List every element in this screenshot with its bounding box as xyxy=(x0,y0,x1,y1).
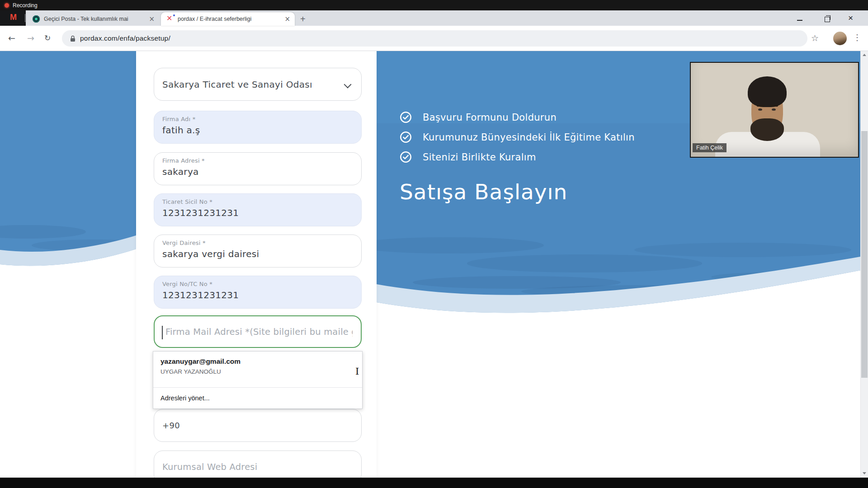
suggestion-email: yazanuygar@gmail.com xyxy=(160,357,355,366)
web-placeholder: Kurumsal Web Adresi xyxy=(162,462,353,472)
scrollbar-thumb[interactable] xyxy=(861,131,868,378)
field-label: Vergi No/TC No * xyxy=(162,281,353,287)
chevron-down-icon xyxy=(344,81,352,89)
field-value: fatih a.ş xyxy=(162,125,353,136)
manage-addresses-item[interactable]: Adresleri yönet... xyxy=(153,388,362,408)
forward-button[interactable]: → xyxy=(27,33,34,43)
form-panel: Sakarya Ticaret ve Sanayi Odası Firma Ad… xyxy=(136,51,377,478)
person-face xyxy=(751,84,783,138)
vergi-no-field[interactable]: Vergi No/TC No * 1231231231231 xyxy=(154,276,362,309)
vergi-dairesi-field[interactable]: Vergi Dairesi * sakarya vergi dairesi xyxy=(154,235,362,267)
scroll-down-arrow-icon[interactable] xyxy=(863,472,866,474)
email-placeholder: Firma Mail Adresi *(Site bilgileri bu ma… xyxy=(163,327,353,337)
webcam-overlay: Fatih Çelik xyxy=(690,62,859,158)
page-content: Sakarya Ticaret ve Sanayi Odası Firma Ad… xyxy=(0,51,868,478)
page-scrollbar[interactable] xyxy=(860,51,868,478)
firma-mail-field[interactable]: Firma Mail Adresi *(Site bilgileri bu ma… xyxy=(154,315,362,348)
tab-close-icon[interactable]: × xyxy=(146,16,159,23)
address-bar[interactable]: pordax.com/enfa/packsetup/ xyxy=(62,30,807,47)
checklist-item-3: Sitenizi Birlikte Kuralım xyxy=(400,151,536,163)
screen: Recording M Geçici Posta - Tek kullanıml… xyxy=(0,0,868,488)
profile-avatar[interactable] xyxy=(833,32,847,45)
kurumsal-web-field[interactable]: Kurumsal Web Adresi xyxy=(154,450,362,478)
tempmail-favicon-icon xyxy=(33,15,40,23)
recording-dot-icon xyxy=(5,3,9,8)
field-value: sakarya vergi dairesi xyxy=(162,249,353,259)
mouse-cursor-ibeam: I xyxy=(355,366,359,377)
tab-pordax[interactable]: ✕ pordax / E-ihracat seferberligi × xyxy=(161,12,295,26)
pordax-favicon-icon: ✕ xyxy=(166,15,174,23)
field-value: sakarya xyxy=(162,166,353,177)
bottom-letterbox-bar xyxy=(0,478,868,488)
check-circle-icon xyxy=(400,111,412,123)
field-label: Ticaret Sicil No * xyxy=(162,198,353,205)
lock-icon xyxy=(70,35,75,42)
checklist-item-1: Başvuru Formunu Doldurun xyxy=(400,111,557,123)
hero-heading: Satışa Başlayın xyxy=(400,179,567,204)
field-label: Vergi Dairesi * xyxy=(162,239,353,246)
window-close-button[interactable]: × xyxy=(848,13,853,23)
autofill-dropdown: yazanuygar@gmail.com UYGAR YAZANOĞLU Adr… xyxy=(153,351,363,409)
recording-bar: Recording xyxy=(0,0,868,10)
ticaret-sicil-no-field[interactable]: Ticaret Sicil No * 1231231231231 xyxy=(154,193,362,226)
person-shirt xyxy=(715,132,820,158)
person-eyebrow xyxy=(757,105,764,107)
firma-adresi-field[interactable]: Firma Adresi * sakarya xyxy=(154,152,362,185)
checklist-text: Başvuru Formunu Doldurun xyxy=(423,112,557,123)
text-caret xyxy=(162,326,163,339)
tab-separator xyxy=(25,14,25,22)
person-eyebrow xyxy=(770,105,778,107)
new-tab-button[interactable]: + xyxy=(300,14,306,24)
person-eye xyxy=(772,108,776,111)
tab-title: pordax / E-ihracat seferberligi xyxy=(178,16,282,22)
field-label: Firma Adresi * xyxy=(162,157,353,164)
tab-title: Geçici Posta - Tek kullanımlık mai xyxy=(44,16,146,22)
check-circle-icon xyxy=(400,131,412,143)
field-label: Firma Adı * xyxy=(162,116,353,122)
gmail-icon: M xyxy=(10,13,17,22)
checklist-text: Sitenizi Birlikte Kuralım xyxy=(423,152,536,163)
chamber-select-value: Sakarya Ticaret ve Sanayi Odası xyxy=(162,79,312,90)
chamber-select[interactable]: Sakarya Ticaret ve Sanayi Odası xyxy=(154,68,362,101)
suggestion-name: UYGAR YAZANOĞLU xyxy=(160,368,355,375)
browser-menu-icon[interactable]: ⋮ xyxy=(853,33,861,42)
window-restore-button[interactable] xyxy=(825,17,830,22)
person-neck xyxy=(760,122,774,136)
phone-value: +90 xyxy=(162,421,180,430)
person-beard xyxy=(750,118,784,141)
checklist-item-2: Kurumunuz Bünyesindeki İlk Eğitime Katıl… xyxy=(400,131,635,143)
tab-gecici-posta[interactable]: Geçici Posta - Tek kullanımlık mai × xyxy=(28,12,159,26)
recording-label: Recording xyxy=(13,2,38,9)
reload-button[interactable]: ↻ xyxy=(44,33,51,42)
scroll-up-arrow-icon[interactable] xyxy=(863,54,866,56)
autofill-suggestion[interactable]: yazanuygar@gmail.com UYGAR YAZANOĞLU xyxy=(153,352,362,382)
tab-close-icon[interactable]: × xyxy=(282,16,295,23)
bookmark-star-icon[interactable]: ☆ xyxy=(811,33,819,43)
check-circle-icon xyxy=(400,151,412,163)
firma-adi-field[interactable]: Firma Adı * fatih a.ş xyxy=(154,111,362,144)
checklist-text: Kurumunuz Bünyesindeki İlk Eğitime Katıl… xyxy=(423,132,635,143)
field-value: 1231231231231 xyxy=(162,290,353,300)
person-eye xyxy=(758,108,762,111)
webcam-name-label: Fatih Çelik xyxy=(693,143,726,152)
field-value: 1231231231231 xyxy=(162,207,353,218)
url-text: pordax.com/enfa/packsetup/ xyxy=(80,34,170,42)
person-hair xyxy=(748,76,787,107)
left-sky-wave-decoration xyxy=(0,51,136,478)
back-button[interactable]: ← xyxy=(8,33,15,43)
telefon-field[interactable]: +90 xyxy=(154,409,362,442)
window-minimize-button[interactable] xyxy=(797,20,802,21)
